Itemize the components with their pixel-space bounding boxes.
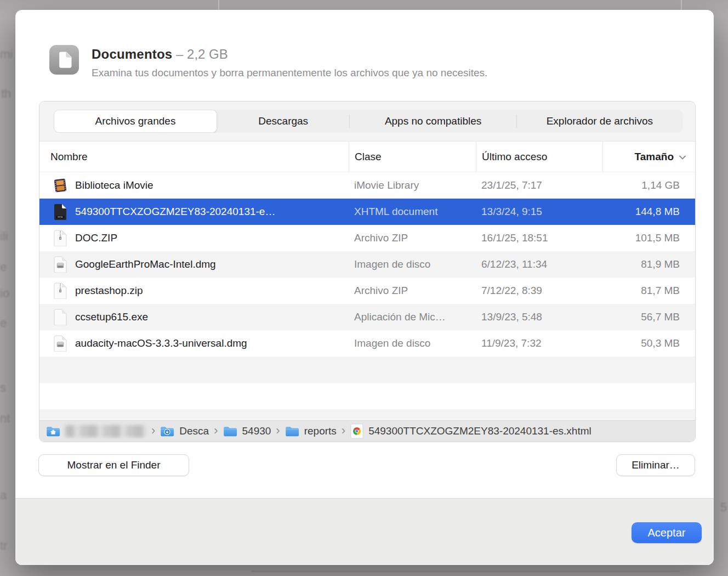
table-row[interactable]: DOC.ZIP Archivo ZIP 16/1/25, 18:51 101,5… (39, 225, 695, 251)
home-folder-icon (46, 426, 60, 437)
file-list: Biblioteca iMovie iMovie Library 23/1/25… (39, 172, 695, 420)
breadcrumb-item-folder[interactable]: 54930 (223, 425, 271, 437)
generic-document-icon (53, 309, 67, 325)
background-text-fragment: th (1, 87, 11, 101)
delete-button[interactable]: Eliminar… (616, 454, 695, 476)
zip-archive-icon (53, 283, 67, 299)
file-kind: Aplicación de Mic… (349, 311, 476, 323)
accept-button[interactable]: Aceptar (632, 522, 702, 543)
redacted-username (65, 425, 146, 437)
background-text-fragment: e (0, 260, 7, 274)
breadcrumb-label: 54930 (242, 425, 271, 437)
disk-image-icon (53, 256, 67, 273)
background-text-fragment: nt (0, 411, 10, 426)
column-header-nombre[interactable]: Nombre (39, 142, 349, 172)
file-kind: Archivo ZIP (349, 232, 476, 244)
folder-icon (223, 426, 237, 437)
files-panel: Archivos grandes Descargas Apps no compa… (39, 101, 696, 442)
file-name: audacity-macOS-3.3.3-universal.dmg (75, 337, 247, 349)
table-row[interactable]: GoogleEarthProMac-Intel.dmg Imagen de di… (39, 251, 695, 278)
breadcrumb-label: Desca (179, 425, 209, 437)
section-size: – 2,2 GB (176, 47, 228, 61)
table-header: Nombre Clase Último acceso Tamaño (39, 142, 695, 172)
tab-archivos-grandes[interactable]: Archivos grandes (54, 110, 217, 133)
file-size: 144,8 MB (602, 206, 696, 218)
breadcrumb-chevron-icon: › (214, 425, 218, 437)
tab-bar: Archivos grandes Descargas Apps no compa… (39, 101, 695, 142)
storage-management-dialog: Documentos – 2,2 GB Examina tus document… (15, 10, 714, 565)
page-title: Documentos (92, 47, 172, 61)
file-size: 50,3 MB (602, 337, 696, 349)
table-row[interactable]: audacity-macOS-3.3.3-universal.dmg Image… (39, 330, 695, 357)
column-header-ultimo-acceso[interactable]: Último acceso (476, 142, 602, 172)
file-accessed: 13/3/24, 9:15 (476, 206, 602, 218)
breadcrumb-item-reports[interactable]: reports (285, 425, 337, 437)
file-kind: XHTML document (349, 206, 476, 218)
background-text-fragment: a (0, 488, 7, 502)
table-row[interactable]: ccsetup615.exe Aplicación de Mic… 13/9/2… (39, 304, 695, 330)
breadcrumb-chevron-icon: › (342, 425, 345, 437)
breadcrumb-item-descargas[interactable]: Desca (160, 425, 209, 437)
background-text-fragment: io (0, 286, 9, 301)
documents-icon (49, 45, 79, 75)
file-size: 81,7 MB (602, 285, 696, 297)
file-accessed: 23/1/25, 7:17 (476, 179, 602, 191)
table-row[interactable]: prestashop.zip Archivo ZIP 7/12/22, 8:39… (39, 278, 695, 304)
disk-image-icon (53, 335, 67, 352)
segmented-control: Archivos grandes Descargas Apps no compa… (54, 110, 682, 133)
folder-icon (285, 426, 299, 437)
file-kind: iMovie Library (349, 179, 476, 191)
screen: mi th ili e io e s nt a tr 5 Documentos … (0, 0, 728, 576)
tab-apps-no-compatibles[interactable]: Apps no compatibles (350, 110, 516, 133)
file-accessed: 16/1/25, 18:51 (476, 232, 602, 244)
file-accessed: 11/9/23, 7:32 (476, 337, 602, 349)
file-accessed: 13/9/23, 5:48 (476, 311, 602, 323)
table-row[interactable]: Biblioteca iMovie iMovie Library 23/1/25… (39, 172, 695, 199)
dialog-footer: Aceptar (15, 498, 714, 565)
file-size: 56,7 MB (602, 311, 696, 323)
dialog-header: Documentos – 2,2 GB Examina tus document… (49, 45, 487, 79)
zip-archive-icon (53, 230, 67, 246)
chrome-xhtml-file-icon (350, 423, 363, 439)
file-name: GoogleEarthProMac-Intel.dmg (75, 258, 216, 270)
file-kind: Imagen de disco (349, 337, 476, 349)
breadcrumb-label: 549300TTCXZOGZM2EY83-20240131-es.xhtml (368, 425, 592, 437)
file-size: 101,5 MB (602, 232, 696, 244)
file-name: Biblioteca iMovie (75, 179, 153, 191)
downloads-folder-icon (160, 426, 174, 437)
empty-row (39, 357, 695, 383)
file-name: ccsetup615.exe (75, 311, 148, 323)
breadcrumb: › Desca › 54930 › reports › 5 (39, 420, 695, 442)
sort-chevron-down-icon (679, 155, 686, 160)
empty-row (39, 409, 695, 420)
column-header-tamano-label: Tamaño (635, 151, 674, 163)
file-size: 81,9 MB (602, 258, 696, 270)
file-name: 549300TTCXZOGZM2EY83-20240131-e… (75, 206, 275, 218)
breadcrumb-item-file[interactable]: 549300TTCXZOGZM2EY83-20240131-es.xhtml (350, 423, 592, 439)
column-header-clase[interactable]: Clase (349, 142, 476, 172)
imovie-library-icon (53, 177, 67, 194)
background-text-fragment: s (0, 381, 6, 395)
file-accessed: 6/12/23, 11:34 (476, 258, 602, 270)
column-header-tamano[interactable]: Tamaño (602, 142, 696, 172)
breadcrumb-chevron-icon: › (276, 425, 280, 437)
empty-row (39, 383, 695, 409)
file-kind: Archivo ZIP (349, 285, 476, 297)
xhtml-document-icon (53, 204, 67, 220)
breadcrumb-label: reports (304, 425, 337, 437)
table-row-selected[interactable]: 549300TTCXZOGZM2EY83-20240131-e… XHTML d… (39, 199, 695, 225)
show-in-finder-button[interactable]: Mostrar en el Finder (38, 454, 189, 476)
section-subtitle: Examina tus documentos y borra permanent… (92, 67, 487, 79)
file-accessed: 7/12/22, 8:39 (476, 285, 602, 297)
tab-descargas[interactable]: Descargas (217, 110, 349, 133)
tab-explorador-de-archivos[interactable]: Explorador de archivos (517, 110, 682, 133)
background-window-edge (251, 571, 680, 572)
file-name: DOC.ZIP (75, 232, 117, 244)
background-text-fragment: mi (0, 47, 13, 61)
file-size: 1,14 GB (602, 179, 696, 191)
file-kind: Imagen de disco (349, 258, 476, 270)
breadcrumb-item-home[interactable] (46, 425, 146, 437)
file-name: prestashop.zip (75, 285, 143, 297)
background-text-fragment: 5 (720, 500, 727, 515)
background-text-fragment: tr (0, 539, 7, 553)
